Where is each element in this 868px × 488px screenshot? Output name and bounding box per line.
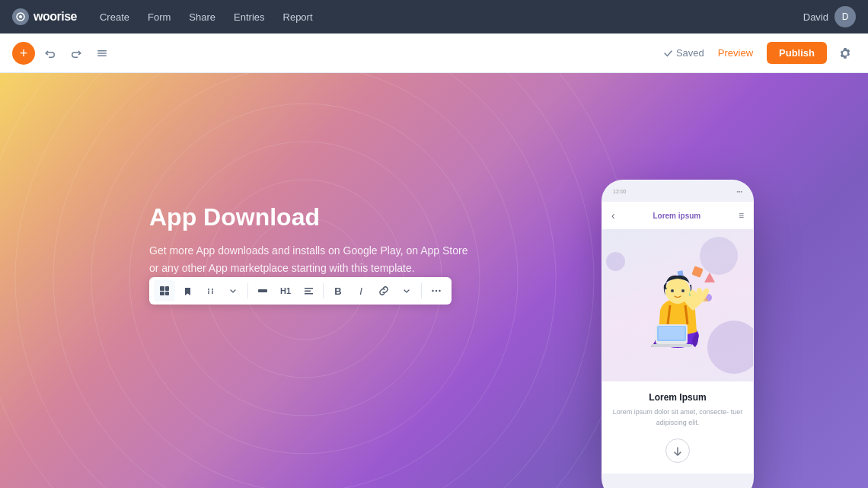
svg-rect-22 xyxy=(305,293,313,295)
svg-point-35 xyxy=(681,289,685,292)
ft-bold-btn[interactable]: B xyxy=(327,280,349,301)
svg-marker-27 xyxy=(704,273,715,282)
user-name: David xyxy=(803,11,828,23)
settings-button[interactable] xyxy=(834,43,856,64)
svg-rect-19 xyxy=(258,289,267,292)
phone-content-title: Lorem Ipsum xyxy=(611,392,744,403)
nav-item-entries[interactable]: Entries xyxy=(226,7,272,27)
phone-deco-circle-3 xyxy=(606,252,625,271)
svg-rect-20 xyxy=(305,288,313,289)
phone-nav-bar: ‹ Lorem ipsum ≡ xyxy=(602,202,753,229)
phone-nav-title: Lorem ipsum xyxy=(621,212,732,220)
svg-rect-26 xyxy=(691,266,703,277)
svg-point-13 xyxy=(208,289,209,290)
floating-toolbar: H1 B I xyxy=(149,277,452,305)
svg-point-25 xyxy=(439,290,440,292)
svg-point-18 xyxy=(212,292,213,294)
redo-button[interactable] xyxy=(65,43,87,64)
phone-status-bar: 12:00 ▪▪▪ xyxy=(602,180,753,202)
h1-label: H1 xyxy=(280,286,291,295)
svg-point-14 xyxy=(212,289,213,290)
toolbar-divider-3 xyxy=(421,283,422,298)
grid-icon xyxy=(160,286,169,295)
svg-point-17 xyxy=(208,292,209,294)
svg-rect-39 xyxy=(651,344,692,347)
svg-point-34 xyxy=(671,289,674,292)
nav-item-create[interactable]: Create xyxy=(92,7,137,27)
phone-content-area: Lorem Ipsum Lorem ipsum dolor sit amet, … xyxy=(602,381,753,474)
svg-point-16 xyxy=(212,290,213,292)
ft-chevron2-btn[interactable] xyxy=(396,280,417,301)
nav-right: David D xyxy=(803,6,856,27)
user-avatar: D xyxy=(834,6,856,27)
user-info[interactable]: David D xyxy=(803,6,856,27)
svg-rect-4 xyxy=(97,55,107,56)
main-canvas: H1 B I xyxy=(0,73,868,488)
nav-item-form[interactable]: Form xyxy=(140,7,178,27)
top-navigation: woorise Create Form Share Entries Report… xyxy=(0,0,868,33)
phone-image-area xyxy=(602,229,753,381)
ft-align-btn[interactable] xyxy=(298,280,319,301)
nav-item-report[interactable]: Report xyxy=(276,7,321,27)
person-illustration xyxy=(628,256,727,355)
svg-point-15 xyxy=(208,290,209,292)
saved-status: Saved xyxy=(663,47,704,59)
phone-time: 12:00 xyxy=(613,189,627,194)
publish-button[interactable]: Publish xyxy=(767,42,827,64)
svg-point-1 xyxy=(19,15,22,18)
toolbar-divider-1 xyxy=(247,283,248,298)
ft-h1-btn[interactable]: H1 xyxy=(275,280,296,301)
svg-point-24 xyxy=(436,290,437,292)
ft-italic-btn[interactable]: I xyxy=(350,280,372,301)
ft-link-btn[interactable] xyxy=(373,280,394,301)
preview-button[interactable]: Preview xyxy=(712,44,759,62)
svg-rect-21 xyxy=(305,290,311,292)
logo-icon xyxy=(12,8,29,25)
ft-layout-btn[interactable] xyxy=(154,280,175,301)
ft-more-btn[interactable] xyxy=(426,280,447,301)
toolbar-bar: + Saved Preview Publish xyxy=(0,33,868,73)
nav-items: Create Form Share Entries Report xyxy=(92,7,788,27)
logo-text: woorise xyxy=(34,10,77,24)
svg-rect-2 xyxy=(97,50,107,52)
svg-rect-3 xyxy=(97,53,107,54)
ft-drag-btn[interactable] xyxy=(199,280,221,301)
ft-bookmark-btn[interactable] xyxy=(177,280,198,301)
content-block: App Download Get more App downloads and … xyxy=(149,203,499,276)
phone-status-icons: ▪▪▪ xyxy=(737,189,742,194)
phone-menu-icon: ≡ xyxy=(739,210,744,221)
phone-content-description: Lorem ipsum dolor sit amet, consecte- tu… xyxy=(611,407,744,428)
phone-back-icon: ‹ xyxy=(611,209,615,222)
content-description[interactable]: Get more App downloads and installs on G… xyxy=(149,242,469,276)
italic-icon: I xyxy=(359,285,362,297)
svg-point-23 xyxy=(432,290,433,292)
phone-mockup: 12:00 ▪▪▪ ‹ Lorem ipsum ≡ xyxy=(602,180,754,488)
add-button[interactable]: + xyxy=(12,42,35,65)
ft-block-btn[interactable] xyxy=(252,280,273,301)
phone-action-button[interactable] xyxy=(665,439,690,463)
bold-icon: B xyxy=(334,285,341,297)
ft-chevron-btn[interactable] xyxy=(222,280,244,301)
logo[interactable]: woorise xyxy=(12,8,77,25)
nav-item-share[interactable]: Share xyxy=(181,7,223,27)
svg-rect-38 xyxy=(659,327,685,340)
undo-button[interactable] xyxy=(40,43,61,64)
hamburger-button[interactable] xyxy=(91,43,113,64)
content-title[interactable]: App Download xyxy=(149,203,499,231)
toolbar-right: Saved Preview Publish xyxy=(663,42,856,64)
toolbar-divider-2 xyxy=(323,283,324,298)
